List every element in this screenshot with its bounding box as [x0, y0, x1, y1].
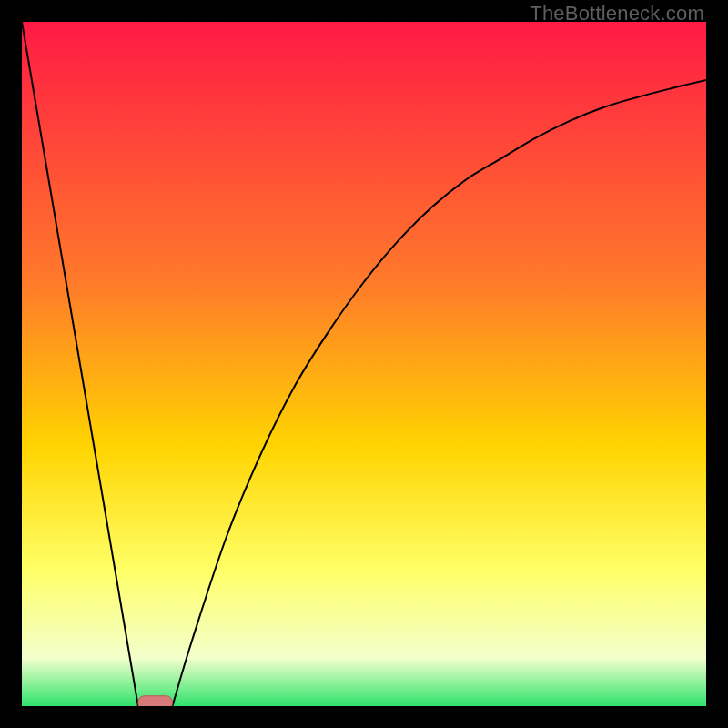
minimum-marker — [138, 696, 173, 706]
chart-frame — [22, 22, 706, 706]
watermark-text: TheBottleneck.com — [530, 2, 704, 25]
gradient-background — [22, 22, 706, 706]
chart-svg — [22, 22, 706, 706]
